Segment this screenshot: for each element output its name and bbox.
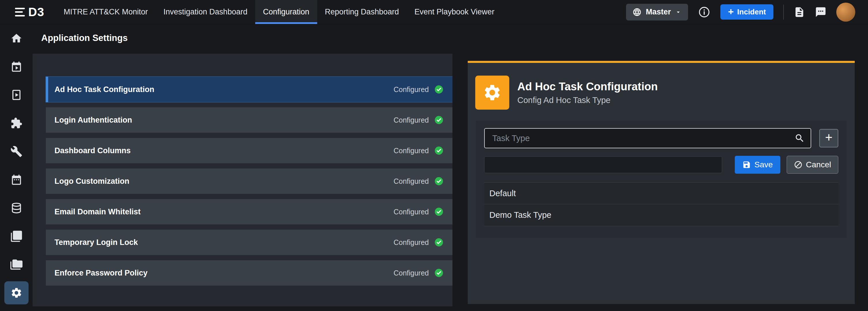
chevron-down-icon [675, 9, 682, 15]
folder-icon [10, 258, 23, 271]
configured-check-icon [434, 207, 444, 217]
new-task-type-form: Save Cancel [484, 156, 838, 174]
master-dropdown[interactable]: Master [626, 4, 688, 21]
detail-titles: Ad Hoc Task Configuration Config Ad Hoc … [517, 80, 658, 105]
logo-text: D3 [28, 5, 44, 19]
sidebar-item-schedule[interactable] [0, 165, 33, 194]
page-header: Application Settings [33, 24, 868, 52]
nav-event-playbook-viewer[interactable]: Event Playbook Viewer [407, 0, 502, 24]
cancel-icon [794, 160, 803, 169]
settings-list-panel: Ad Hoc Task Configuration Configured Log… [33, 54, 453, 306]
settings-item-temporary-login-lock[interactable]: Temporary Login Lock Configured [46, 230, 453, 255]
task-type-row-default[interactable]: Default [484, 182, 838, 204]
settings-item-logo-customization[interactable]: Logo Customization Configured [46, 168, 453, 194]
sidebar-item-files[interactable] [0, 250, 33, 279]
d3-logo[interactable]: D3 [15, 0, 44, 24]
settings-item-email-domain-whitelist[interactable]: Email Domain Whitelist Configured [46, 199, 453, 224]
topbar-divider [783, 5, 784, 20]
status-badge: Configured [394, 85, 444, 94]
configured-check-icon [434, 238, 444, 247]
sidebar-item-utilities[interactable] [0, 137, 33, 165]
main-area: Application Settings Ad Hoc Task Configu… [33, 24, 868, 311]
sidebar-item-playbooks[interactable] [0, 81, 33, 109]
save-icon [742, 160, 751, 169]
sidebar-item-windows[interactable] [0, 222, 33, 250]
sidebar-item-integrations[interactable] [0, 109, 33, 137]
sidebar-item-events[interactable] [0, 53, 33, 81]
sidebar [0, 24, 33, 311]
search-row: + [484, 128, 838, 148]
events-calendar-icon [10, 61, 23, 73]
nav-configuration[interactable]: Configuration [255, 0, 317, 24]
task-type-search-input[interactable] [484, 128, 811, 148]
status-badge: Configured [394, 238, 444, 247]
sidebar-item-data[interactable] [0, 194, 33, 222]
nav-reporting-dashboard[interactable]: Reporting Dashboard [317, 0, 407, 24]
cancel-button-label: Cancel [806, 160, 831, 169]
save-button[interactable]: Save [735, 156, 780, 174]
settings-item-enforce-password-policy[interactable]: Enforce Password Policy Configured [46, 260, 453, 286]
status-badge: Configured [394, 207, 444, 217]
integrations-icon [10, 117, 23, 129]
detail-panel: Ad Hoc Task Configuration Config Ad Hoc … [468, 61, 855, 304]
page-title: Application Settings [41, 33, 128, 43]
home-icon [10, 32, 23, 44]
settings-icon [10, 287, 23, 299]
new-task-type-input[interactable] [484, 156, 722, 173]
detail-header: Ad Hoc Task Configuration Config Ad Hoc … [468, 63, 855, 121]
status-badge: Configured [394, 176, 444, 186]
windows-icon [10, 230, 23, 242]
content-area: Ad Hoc Task Configuration Configured Log… [33, 52, 868, 311]
nav-mitre-attack-monitor[interactable]: MITRE ATT&CK Monitor [56, 0, 156, 24]
nav-investigation-dashboard[interactable]: Investigation Dashboard [156, 0, 255, 24]
task-type-row-demo[interactable]: Demo Task Type [484, 204, 838, 226]
plus-icon: + [728, 7, 734, 17]
detail-title: Ad Hoc Task Configuration [517, 80, 658, 93]
settings-rows: Ad Hoc Task Configuration Configured Log… [46, 77, 453, 286]
info-icon[interactable] [698, 6, 711, 19]
document-icon[interactable] [794, 6, 805, 18]
globe-icon [632, 7, 642, 17]
configured-check-icon [434, 176, 444, 186]
add-task-type-button[interactable]: + [819, 129, 838, 148]
main-nav: MITRE ATT&CK Monitor Investigation Dashb… [56, 0, 502, 24]
task-type-list: Default Demo Task Type [484, 182, 838, 226]
detail-subtitle: Config Ad Hoc Task Type [517, 95, 658, 105]
detail-body: + Save Cancel [476, 121, 847, 238]
detail-icon-badge [475, 75, 509, 110]
cancel-button[interactable]: Cancel [787, 156, 838, 174]
settings-active-highlight [4, 281, 29, 304]
settings-item-ad-hoc-task-configuration[interactable]: Ad Hoc Task Configuration Configured [46, 77, 453, 102]
tools-icon [10, 146, 23, 157]
avatar[interactable] [836, 3, 855, 22]
topbar-right-controls: Master + Incident [626, 0, 855, 24]
chat-icon[interactable] [815, 6, 827, 18]
master-dropdown-label: Master [646, 7, 671, 17]
sidebar-item-settings[interactable] [0, 279, 33, 307]
incident-button-label: Incident [737, 7, 766, 17]
incident-button[interactable]: + Incident [720, 4, 773, 20]
search-wrap [484, 128, 811, 148]
schedule-icon [10, 174, 23, 186]
status-badge: Configured [394, 268, 444, 278]
settings-item-dashboard-columns[interactable]: Dashboard Columns Configured [46, 138, 453, 163]
playbook-icon [10, 89, 23, 101]
database-icon [10, 202, 23, 214]
save-button-label: Save [754, 160, 773, 169]
settings-item-login-authentication[interactable]: Login Authentication Configured [46, 107, 453, 133]
app-root: D3 MITRE ATT&CK Monitor Investigation Da… [0, 0, 868, 311]
plus-icon: + [825, 131, 833, 144]
configured-check-icon [434, 85, 444, 94]
top-navigation-bar: D3 MITRE ATT&CK Monitor Investigation Da… [0, 0, 868, 24]
configured-check-icon [434, 146, 444, 156]
status-badge: Configured [394, 115, 444, 125]
status-badge: Configured [394, 146, 444, 156]
gear-icon [483, 83, 502, 102]
sidebar-item-home[interactable] [0, 24, 33, 53]
configured-check-icon [434, 268, 444, 278]
body-row: Application Settings Ad Hoc Task Configu… [0, 24, 868, 311]
menu-bars-icon [15, 8, 25, 17]
configured-check-icon [434, 115, 444, 125]
